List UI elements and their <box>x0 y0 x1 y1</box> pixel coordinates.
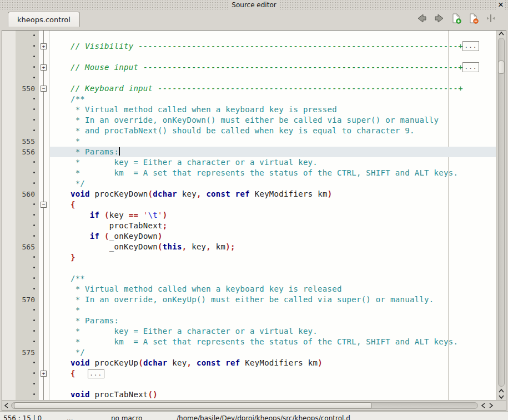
fold-collapse-icon[interactable]: − <box>41 202 47 208</box>
code-row[interactable]: − { <box>2 199 496 210</box>
code-line[interactable] <box>50 52 496 62</box>
code-area[interactable]: + // Visibility ------------------------… <box>2 31 496 400</box>
horizontal-scroll-thumb[interactable] <box>14 402 372 409</box>
code-line[interactable] <box>50 263 496 273</box>
code-line[interactable]: * key = Either a character or a virtual … <box>50 157 496 168</box>
code-row[interactable]: } <box>2 252 496 263</box>
code-row[interactable]: * and procTabNext() should be called whe… <box>2 126 496 136</box>
code-row[interactable]: /** <box>2 273 496 284</box>
code-line[interactable]: _onKeyDown(this, key, km); <box>50 242 496 252</box>
code-row[interactable]: */ <box>2 178 496 189</box>
code-row[interactable]: * Virtual method called when a keyboard … <box>2 284 496 294</box>
code-row[interactable]: /** <box>2 94 496 104</box>
code-line[interactable] <box>50 73 496 83</box>
code-row[interactable]: 565 _onKeyDown(this, key, km); <box>2 242 496 252</box>
code-line[interactable]: void procKeyDown(dchar key, const ref Ke… <box>50 189 496 199</box>
code-row[interactable]: 570 * In an override, onKeyUp() must eit… <box>2 294 496 305</box>
code-line[interactable]: * key = Either a character or a virtual … <box>50 326 496 337</box>
code-line[interactable]: * km = A set that represents the status … <box>50 337 496 347</box>
code-line[interactable] <box>50 379 496 389</box>
code-row[interactable]: * key = Either a character or a virtual … <box>2 157 496 168</box>
code-row[interactable] <box>2 52 496 62</box>
code-line[interactable]: * Virtual method called when a keyboard … <box>50 284 496 294</box>
code-row[interactable]: + {... <box>2 368 496 379</box>
code-row[interactable]: * Params: <box>2 316 496 326</box>
scroll-up-icon[interactable] <box>497 31 505 37</box>
scroll-left2-icon[interactable] <box>479 403 487 409</box>
code-row[interactable] <box>2 73 496 83</box>
code-line[interactable]: procTabNext; <box>50 221 496 231</box>
code-row[interactable]: void procTabNext() <box>2 389 496 400</box>
code-row[interactable]: + // Visibility ------------------------… <box>2 41 496 52</box>
fold-collapse-icon[interactable]: − <box>41 86 47 92</box>
code-line[interactable]: * and procTabNext() should be called whe… <box>50 126 496 136</box>
code-line[interactable]: { <box>50 199 496 210</box>
code-line[interactable]: * km = A set that represents the status … <box>50 168 496 178</box>
code-line[interactable]: * In an override, onKeyUp() must either … <box>50 294 496 305</box>
horizontal-scrollbar[interactable] <box>2 400 506 411</box>
folded-code-box[interactable]: ... <box>462 62 479 72</box>
code-row[interactable]: 550− // Keyboard input -----------------… <box>2 83 496 94</box>
code-line[interactable] <box>50 31 496 41</box>
fold-expand-icon[interactable]: + <box>41 43 47 49</box>
folded-code-box[interactable]: ... <box>462 41 479 51</box>
code-line[interactable]: * <box>50 136 496 147</box>
code-row[interactable]: * In an override, onKeyDown() must eithe… <box>2 115 496 126</box>
code-row[interactable]: * km = A set that represents the status … <box>2 168 496 178</box>
code-row[interactable]: procTabNext; <box>2 221 496 231</box>
code-line[interactable]: /** <box>50 273 496 284</box>
code-line[interactable]: // Mouse input -------------------------… <box>50 62 496 73</box>
go-forward-button[interactable] <box>433 12 445 24</box>
new-document-button[interactable] <box>450 12 462 24</box>
code-line[interactable]: if (_onKeyDown) <box>50 231 496 242</box>
code-row[interactable]: if (_onKeyDown) <box>2 231 496 242</box>
code-line[interactable]: void procTabNext() <box>50 389 496 400</box>
code-row[interactable]: + // Mouse input -----------------------… <box>2 62 496 73</box>
code-line[interactable]: */ <box>50 347 496 358</box>
folded-code-box[interactable]: ... <box>88 369 104 378</box>
tab-kheops-control[interactable]: kheops.control <box>8 12 80 27</box>
code-row[interactable]: 556 * Params: <box>2 147 496 157</box>
code-row[interactable]: 560 void procKeyDown(dchar key, const re… <box>2 189 496 199</box>
fold-margin <box>39 115 50 126</box>
code-line[interactable]: } <box>50 252 496 263</box>
code-line[interactable]: // Visibility --------------------------… <box>50 41 496 52</box>
code-row[interactable] <box>2 263 496 273</box>
scroll-left-icon[interactable] <box>2 403 10 409</box>
code-row[interactable]: if (key == '\t') <box>2 210 496 221</box>
code-line[interactable]: * Virtual method called when a keyboard … <box>50 104 496 115</box>
go-back-button[interactable] <box>416 12 428 24</box>
vertical-scroll-thumb[interactable] <box>498 61 505 74</box>
code-line[interactable]: * <box>50 305 496 316</box>
code-row[interactable]: 575 */ <box>2 347 496 358</box>
code-row[interactable]: * Virtual method called when a keyboard … <box>2 104 496 115</box>
scroll-up2-icon[interactable] <box>497 388 505 394</box>
code-row[interactable]: void procKeyUp(dchar key, const ref KeyM… <box>2 358 496 368</box>
vertical-scrollbar[interactable] <box>496 31 506 400</box>
scroll-right-icon[interactable] <box>487 403 495 409</box>
fold-expand-icon[interactable]: + <box>41 64 47 71</box>
code-row[interactable]: 555 * <box>2 136 496 147</box>
code-line[interactable]: // Keyboard input ----------------------… <box>50 83 496 94</box>
code-line[interactable]: * Params: <box>50 316 496 326</box>
scroll-down-icon[interactable] <box>497 394 505 400</box>
vertical-scroll-track[interactable] <box>498 38 505 387</box>
code-line[interactable]: * In an override, onKeyDown() must eithe… <box>50 115 496 126</box>
fold-expand-icon[interactable]: + <box>41 371 47 377</box>
code-token: ) <box>328 189 333 198</box>
code-line[interactable]: * Params: <box>50 147 496 157</box>
code-line[interactable]: void procKeyUp(dchar key, const ref KeyM… <box>50 358 496 368</box>
code-row[interactable]: * km = A set that represents the status … <box>2 337 496 347</box>
code-row[interactable]: * key = Either a character or a virtual … <box>2 326 496 337</box>
code-row[interactable]: * <box>2 305 496 316</box>
code-line[interactable]: */ <box>50 178 496 189</box>
code-row[interactable] <box>2 31 496 41</box>
split-view-button[interactable] <box>485 12 497 24</box>
code-row[interactable] <box>2 379 496 389</box>
remove-document-button[interactable] <box>467 12 480 24</box>
close-icon[interactable]: ✕ <box>496 0 505 9</box>
code-line[interactable]: /** <box>50 94 496 104</box>
code-line[interactable]: {... <box>50 368 496 379</box>
code-line[interactable]: if (key == '\t') <box>50 210 496 221</box>
horizontal-scroll-track[interactable] <box>11 402 478 409</box>
